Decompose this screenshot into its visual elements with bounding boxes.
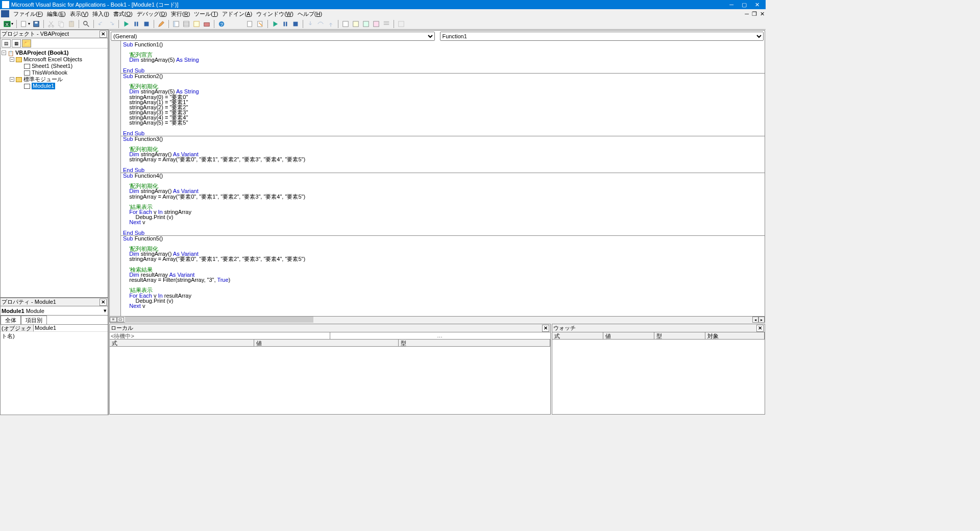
save-button[interactable] xyxy=(31,19,41,29)
col-context[interactable]: 対象 xyxy=(705,332,765,339)
toolbox-button[interactable] xyxy=(202,19,212,29)
reset2-button[interactable] xyxy=(290,19,301,29)
collapse-icon[interactable]: − xyxy=(10,77,14,82)
object-browser-button[interactable] xyxy=(191,19,202,29)
tab-categorized[interactable]: 項目別 xyxy=(21,316,47,324)
menu-デバッグ[interactable]: デバッグ(D) xyxy=(135,10,169,18)
menu-書式[interactable]: 書式(O) xyxy=(111,10,135,18)
locals-grid[interactable] xyxy=(110,347,550,414)
cut-button[interactable] xyxy=(46,19,56,29)
view-excel-button[interactable]: X xyxy=(2,19,12,29)
close-icon[interactable]: ✕ xyxy=(542,325,549,332)
paste-button[interactable] xyxy=(66,19,77,29)
tree-project[interactable]: VBAProject (Book1) xyxy=(15,50,69,56)
svg-rect-14 xyxy=(144,21,149,26)
scroll-right-icon[interactable]: ▸ xyxy=(758,317,765,323)
svg-rect-29 xyxy=(363,21,369,27)
find-button[interactable] xyxy=(81,19,91,29)
view-object-button[interactable]: ▦ xyxy=(12,39,21,47)
minimize-button[interactable]: ─ xyxy=(729,2,733,8)
watch-window-button[interactable] xyxy=(361,19,371,29)
svg-text:?: ? xyxy=(220,21,223,27)
close-icon[interactable]: ✕ xyxy=(100,299,107,306)
toggle-folders-button[interactable]: 📁 xyxy=(22,39,31,47)
run2-button[interactable] xyxy=(270,19,280,29)
procedure-dropdown[interactable]: Function1 xyxy=(440,32,764,41)
break2-button[interactable] xyxy=(280,19,290,29)
menu-表示[interactable]: 表示(V) xyxy=(68,10,91,18)
folder-icon xyxy=(16,77,22,82)
tree-thisworkbook[interactable]: ThisWorkbook xyxy=(32,69,67,76)
properties-button[interactable] xyxy=(181,19,191,29)
col-type[interactable]: 型 xyxy=(399,340,550,346)
tree-sheet1[interactable]: Sheet1 (Sheet1) xyxy=(32,63,72,69)
menu-挿入[interactable]: 挿入(I) xyxy=(90,10,111,18)
edit-pencil-button[interactable] xyxy=(255,19,265,29)
undo-button[interactable] xyxy=(96,19,106,29)
run-button[interactable] xyxy=(121,19,131,29)
mdi-minimize[interactable]: ─ xyxy=(745,11,749,17)
immediate-window-button[interactable] xyxy=(351,19,361,29)
step-out-button[interactable] xyxy=(326,19,336,29)
reset-button[interactable] xyxy=(141,19,152,29)
tree-folder-modules[interactable]: 標準モジュール xyxy=(23,76,63,83)
menu-ウィンドウ[interactable]: ウィンドウ(W) xyxy=(254,10,296,18)
tree-folder-excel-objects[interactable]: Microsoft Excel Objects xyxy=(23,56,82,63)
edit-button[interactable] xyxy=(245,19,255,29)
col-value[interactable]: 値 xyxy=(254,340,399,346)
col-type[interactable]: 型 xyxy=(654,332,705,339)
code-margin[interactable] xyxy=(110,41,121,316)
call-stack-button[interactable] xyxy=(381,19,391,29)
step-over-button[interactable] xyxy=(315,19,326,29)
copy-button[interactable] xyxy=(56,19,66,29)
menu-実行[interactable]: 実行(R) xyxy=(169,10,192,18)
redo-button[interactable] xyxy=(106,19,116,29)
property-object-type: Module xyxy=(26,308,44,314)
menu-編集[interactable]: 編集(E) xyxy=(45,10,68,18)
tab-alphabetic[interactable]: 全体 xyxy=(1,316,21,324)
step-into-button[interactable] xyxy=(305,19,315,29)
mdi-restore[interactable]: ❐ xyxy=(752,11,757,17)
svg-rect-4 xyxy=(35,21,37,23)
col-expression[interactable]: 式 xyxy=(552,332,603,339)
locals-window-button[interactable] xyxy=(340,19,351,29)
watch-grid[interactable] xyxy=(552,340,765,414)
project-tree[interactable]: −VBAProject (Book1) −Microsoft Excel Obj… xyxy=(1,49,108,297)
help-button[interactable]: ? xyxy=(216,19,227,29)
menu-アドイン[interactable]: アドイン(A) xyxy=(220,10,254,18)
full-view-button[interactable]: ▭ xyxy=(117,317,124,322)
property-value[interactable]: Module1 xyxy=(34,325,108,331)
project-explorer-button[interactable] xyxy=(171,19,181,29)
quick-watch-button[interactable] xyxy=(371,19,381,29)
close-button[interactable]: ✕ xyxy=(755,2,760,8)
svg-rect-24 xyxy=(284,21,285,26)
col-value[interactable]: 値 xyxy=(603,332,654,339)
object-dropdown[interactable]: (General) xyxy=(111,32,435,41)
horizontal-scrollbar[interactable] xyxy=(125,317,752,323)
menu-ツール[interactable]: ツール(T) xyxy=(192,10,220,18)
insert-button[interactable] xyxy=(19,19,29,29)
close-icon[interactable]: ✕ xyxy=(100,31,107,38)
code-editor[interactable]: Sub Function1() '配列宣言 Dim stringArray(5)… xyxy=(121,41,765,316)
break-button[interactable] xyxy=(131,19,141,29)
dropdown-icon[interactable]: ▾ xyxy=(28,21,30,26)
tree-module1[interactable]: Module1 xyxy=(32,83,55,89)
collapse-icon[interactable]: − xyxy=(2,51,6,55)
project-icon xyxy=(8,50,14,56)
design-mode-button[interactable] xyxy=(156,19,166,29)
close-icon[interactable]: ✕ xyxy=(756,325,764,332)
view-code-button[interactable]: ▤ xyxy=(2,39,11,47)
procedure-view-button[interactable]: ≡ xyxy=(110,317,117,322)
scroll-left-icon[interactable]: ◂ xyxy=(752,317,758,323)
collapse-icon[interactable]: − xyxy=(10,57,14,62)
compile-button[interactable] xyxy=(396,19,406,29)
property-row[interactable]: (オブジェクト名) Module1 xyxy=(1,325,108,332)
menu-ファイル[interactable]: ファイル(F) xyxy=(11,10,45,18)
menu-ヘルプ[interactable]: ヘルプ(H) xyxy=(296,10,324,18)
locals-menu-button[interactable]: … xyxy=(330,332,549,339)
mdi-close[interactable]: ✕ xyxy=(760,11,765,17)
dropdown-icon[interactable]: ▾ xyxy=(104,307,107,314)
maximize-button[interactable]: ▢ xyxy=(742,2,747,8)
col-expression[interactable]: 式 xyxy=(110,340,254,346)
dropdown-icon[interactable]: ▾ xyxy=(11,21,13,26)
